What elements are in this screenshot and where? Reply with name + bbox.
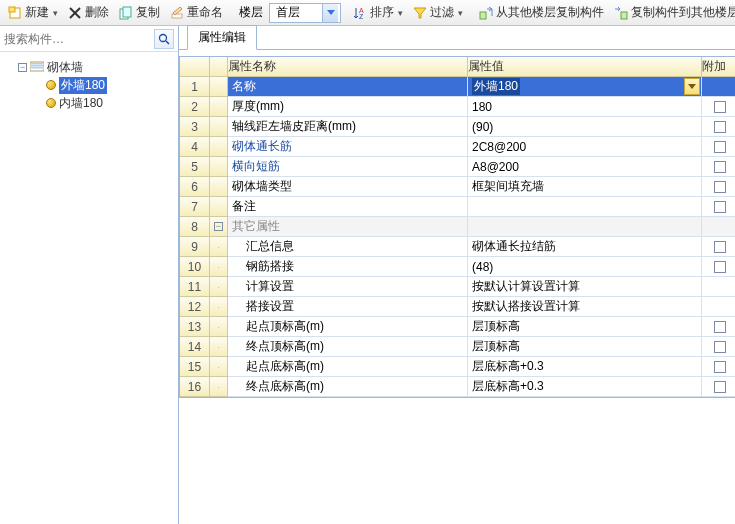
svg-point-11 [160,34,167,41]
property-name-cell[interactable]: 名称 [228,77,468,97]
property-name-cell[interactable]: 其它属性 [228,217,468,237]
property-value-cell[interactable]: 砌体通长拉结筋 [468,237,702,257]
property-value-cell[interactable]: (90) [468,117,702,137]
checkbox[interactable] [714,381,726,393]
component-tree: − 砌体墙 外墙180 内墙180 [0,52,178,118]
filter-button[interactable]: 过滤 ▾ [409,2,467,23]
property-name-cell[interactable]: 横向短筋 [228,157,468,177]
property-value-cell[interactable]: 层底标高+0.3 [468,357,702,377]
svg-rect-5 [123,7,131,17]
row-tree-cell: · [210,377,228,397]
copy-button[interactable]: 复制 [115,2,164,23]
tab-property-edit[interactable]: 属性编辑 [187,25,257,50]
svg-text:Z: Z [359,13,364,20]
property-value-cell[interactable]: 层顶标高 [468,317,702,337]
table-row[interactable]: 5横向短筋A8@200 [180,157,735,177]
property-value-cell[interactable]: 层底标高+0.3 [468,377,702,397]
property-value-cell[interactable]: 180 [468,97,702,117]
property-value-cell[interactable]: 按默认计算设置计算 [468,277,702,297]
row-tree-cell: · [210,317,228,337]
checkbox[interactable] [714,261,726,273]
checkbox[interactable] [714,241,726,253]
property-value-cell[interactable] [468,217,702,237]
collapse-icon[interactable]: − [18,63,27,72]
property-value-cell[interactable]: 层顶标高 [468,337,702,357]
extra-checkbox-cell [702,217,735,237]
copy-to-floor-button[interactable]: 复制构件到其他楼层 [610,2,735,23]
property-name-cell[interactable]: 轴线距左墙皮距离(mm) [228,117,468,137]
table-row[interactable]: 16·终点底标高(m)层底标高+0.3 [180,377,735,397]
property-name-cell[interactable]: 砌体通长筋 [228,137,468,157]
right-pane: 属性编辑 属性名称 属性值 附加 1名称外墙1802厚度(mm)1803轴线距左… [179,26,735,524]
tree-root[interactable]: − 砌体墙 [4,58,174,76]
checkbox[interactable] [714,181,726,193]
delete-button[interactable]: 删除 [64,2,113,23]
property-name-cell[interactable]: 砌体墙类型 [228,177,468,197]
property-value-cell[interactable] [468,197,702,217]
value-dropdown-button[interactable] [684,78,700,95]
table-row[interactable]: 8−其它属性 [180,217,735,237]
table-row[interactable]: 3轴线距左墙皮距离(mm)(90) [180,117,735,137]
property-value-cell[interactable]: 2C8@200 [468,137,702,157]
table-row[interactable]: 11·计算设置按默认计算设置计算 [180,277,735,297]
property-value-cell[interactable]: 外墙180 [468,77,702,97]
table-row[interactable]: 15·起点底标高(m)层底标高+0.3 [180,357,735,377]
extra-checkbox-cell [702,277,735,297]
checkbox[interactable] [714,321,726,333]
property-name-cell[interactable]: 备注 [228,197,468,217]
table-row[interactable]: 6砌体墙类型框架间填充墙 [180,177,735,197]
sort-button[interactable]: AZ 排序 ▾ [349,2,407,23]
row-number: 6 [180,177,210,197]
tree-item-label: 外墙180 [59,77,107,94]
extra-checkbox-cell [702,377,735,397]
property-value-cell[interactable]: (48) [468,257,702,277]
new-icon [8,6,22,20]
copy-from-floor-button[interactable]: 从其他楼层复制构件 [475,2,608,23]
dropdown-caret-icon[interactable]: ▾ [457,8,463,18]
table-row[interactable]: 13·起点顶标高(m)层顶标高 [180,317,735,337]
property-name-cell[interactable]: 起点顶标高(m) [228,317,468,337]
tree-item-1[interactable]: 内墙180 [4,94,174,112]
checkbox[interactable] [714,361,726,373]
property-name-cell[interactable]: 厚度(mm) [228,97,468,117]
row-tree-cell [210,117,228,137]
floor-dropdown[interactable]: 首层 [269,3,341,23]
table-row[interactable]: 12·搭接设置按默认搭接设置计算 [180,297,735,317]
table-row[interactable]: 2厚度(mm)180 [180,97,735,117]
new-button[interactable]: 新建 ▾ [4,2,62,23]
property-name-cell[interactable]: 搭接设置 [228,297,468,317]
tree-item-0[interactable]: 外墙180 [4,76,174,94]
left-pane: − 砌体墙 外墙180 内墙180 [0,26,179,524]
search-input[interactable] [4,32,154,46]
checkbox[interactable] [714,101,726,113]
property-value-cell[interactable]: A8@200 [468,157,702,177]
checkbox[interactable] [714,161,726,173]
table-row[interactable]: 10·钢筋搭接(48) [180,257,735,277]
svg-rect-1 [9,7,15,12]
extra-checkbox-cell [702,77,735,97]
table-row[interactable]: 9·汇总信息砌体通长拉结筋 [180,237,735,257]
checkbox[interactable] [714,141,726,153]
dropdown-caret-icon[interactable]: ▾ [52,8,58,18]
checkbox[interactable] [714,121,726,133]
collapse-icon[interactable]: − [214,222,223,231]
table-row[interactable]: 1名称外墙180 [180,77,735,97]
dropdown-arrow-icon[interactable] [322,4,338,22]
table-row[interactable]: 14·终点顶标高(m)层顶标高 [180,337,735,357]
row-tree-cell: · [210,237,228,257]
property-value-cell[interactable]: 按默认搭接设置计算 [468,297,702,317]
property-name-cell[interactable]: 汇总信息 [228,237,468,257]
search-button[interactable] [154,29,174,49]
property-value-cell[interactable]: 框架间填充墙 [468,177,702,197]
property-name-cell[interactable]: 起点底标高(m) [228,357,468,377]
property-name-cell[interactable]: 计算设置 [228,277,468,297]
checkbox[interactable] [714,341,726,353]
property-name-cell[interactable]: 终点顶标高(m) [228,337,468,357]
table-row[interactable]: 7备注 [180,197,735,217]
property-name-cell[interactable]: 钢筋搭接 [228,257,468,277]
checkbox[interactable] [714,201,726,213]
property-name-cell[interactable]: 终点底标高(m) [228,377,468,397]
dropdown-caret-icon[interactable]: ▾ [397,8,403,18]
table-row[interactable]: 4砌体通长筋2C8@200 [180,137,735,157]
rename-button[interactable]: 重命名 [166,2,227,23]
